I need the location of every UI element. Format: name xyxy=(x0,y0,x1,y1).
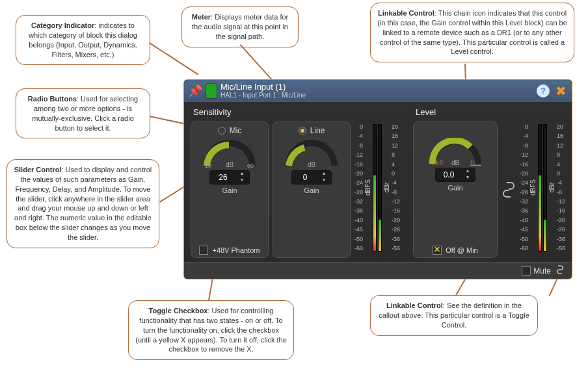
line-gain-value[interactable] xyxy=(292,173,318,182)
mic-gain-slider[interactable]: 10 60 xyxy=(202,140,258,168)
help-button[interactable]: ? xyxy=(537,84,550,97)
mic-radio-label: Mic xyxy=(230,126,242,135)
category-indicator xyxy=(206,84,217,98)
meter-axis-left: dBFS xyxy=(529,179,537,196)
mute-checkbox[interactable]: Mute xyxy=(522,266,551,276)
level-title: Level xyxy=(416,107,568,117)
leader xyxy=(149,42,198,75)
line-radio-label: Line xyxy=(310,126,325,135)
mute-label: Mute xyxy=(533,266,551,276)
mic-gain-label: Gain xyxy=(222,187,237,194)
line-gain-label: Gain xyxy=(304,187,319,194)
spinner-down-icon[interactable]: ▼ xyxy=(236,177,248,184)
callout-linkable-top: Linkable Control: This chain icon indica… xyxy=(370,3,574,62)
checkbox-icon xyxy=(199,246,208,255)
mic-radio[interactable]: Mic xyxy=(218,126,242,135)
spinner-down-icon[interactable]: ▼ xyxy=(462,175,474,181)
level-meter: 0-4-8-12-16-20-24-28-32-36-40-45-50-60 d… xyxy=(520,122,565,251)
callout-linkable-bottom: Linkable Control: See the definition in … xyxy=(370,295,538,336)
callout-toggle: Toggle Checkbox: Used for controlling fu… xyxy=(128,300,294,360)
dialog-title-area: Mic/Line Input (1) HAL1 - Input Port 1 :… xyxy=(220,83,533,99)
line-gain-slider[interactable] xyxy=(284,140,340,168)
off-at-min-checkbox[interactable]: Off @ Min xyxy=(433,246,477,255)
level-block: dB -88.0 12.0 ▲▼ Gain Off @ Min xyxy=(413,122,498,258)
dialog-title: Mic/Line Input (1) xyxy=(220,83,533,92)
close-button[interactable]: ✖ xyxy=(554,84,568,98)
sensitivity-title: Sensitivity xyxy=(193,107,410,117)
off-at-min-label: Off @ Min xyxy=(446,246,477,254)
level-gain-value[interactable] xyxy=(436,170,462,179)
level-section: Level dB -88.0 12.0 xyxy=(410,105,568,261)
radio-icon xyxy=(299,127,306,135)
meter-bar-right xyxy=(543,124,547,251)
checkbox-icon xyxy=(433,246,442,255)
checkbox-icon xyxy=(522,266,531,276)
link-icon[interactable] xyxy=(501,177,516,203)
link-icon[interactable] xyxy=(555,264,565,277)
meter-axis-left: dBFS xyxy=(364,179,371,196)
mic-gain-value[interactable] xyxy=(210,173,236,182)
dialog-header: 📌 Mic/Line Input (1) HAL1 - Input Port 1… xyxy=(184,80,572,102)
spinner-up-icon[interactable]: ▲ xyxy=(236,171,248,177)
sensitivity-meter: 0-4-8-12-16-20-24-28-32-36-40-45-50-60 d… xyxy=(354,122,400,251)
spinner-up-icon[interactable]: ▲ xyxy=(462,168,474,175)
meter-axis-right: dBr xyxy=(383,183,390,193)
line-radio[interactable]: Line xyxy=(299,126,325,135)
radio-icon xyxy=(218,127,226,135)
mic-block: Mic 10 60 dB ▲▼ xyxy=(191,122,269,258)
level-gain-label: Gain xyxy=(448,184,462,192)
meter-scale-left: 0-4-8-12-16-20-24-28-32-36-40-45-50-60 xyxy=(520,124,528,251)
line-gain-spinbox[interactable]: ▲▼ xyxy=(291,170,332,185)
dialog-subtitle: HAL1 - Input Port 1 : Mic/Line xyxy=(220,92,533,99)
meter-axis-right: dBr xyxy=(548,183,555,193)
callout-slider: Slider Control: Used to display and cont… xyxy=(7,159,159,248)
gauge-min: 10 xyxy=(205,162,211,168)
spinner-down-icon[interactable]: ▼ xyxy=(318,177,330,184)
gauge-max: 60 xyxy=(247,162,254,168)
meter-bar-left xyxy=(538,124,542,251)
callout-meter: Meter: Displays meter data for the audio… xyxy=(181,6,299,47)
dialog-body: Sensitivity Mic 10 60 xyxy=(188,105,568,261)
level-gain-spinbox[interactable]: ▲▼ xyxy=(435,168,475,182)
pin-icon[interactable]: 📌 xyxy=(188,84,202,98)
meter-scale-right: 201612840-4-8-12-16-20-26-36-56 xyxy=(557,124,565,251)
phantom-checkbox[interactable]: +48V Phantom xyxy=(199,246,260,255)
spinner-up-icon[interactable]: ▲ xyxy=(318,171,330,177)
mic-line-input-dialog: 📌 Mic/Line Input (1) HAL1 - Input Port 1… xyxy=(183,79,572,279)
phantom-label: +48V Phantom xyxy=(212,246,260,254)
level-gain-slider[interactable] xyxy=(427,138,483,166)
mic-gain-spinbox[interactable]: ▲▼ xyxy=(209,170,250,185)
meter-scale-right: 201612840-4-8-12-16-20-26-36-56 xyxy=(392,124,400,251)
callout-category: Category Indicator: indicates to which c… xyxy=(16,15,150,65)
line-block: Line dB ▲▼ Gain xyxy=(273,122,351,258)
meter-bar-left xyxy=(373,124,377,251)
callout-radio: Radio Buttons: Used for selecting among … xyxy=(16,88,150,138)
dialog-footer: Mute xyxy=(184,262,572,279)
meter-scale-left: 0-4-8-12-16-20-24-28-32-36-40-45-50-60 xyxy=(354,124,363,251)
meter-bar-right xyxy=(378,124,382,251)
sensitivity-section: Sensitivity Mic 10 60 xyxy=(188,105,410,261)
